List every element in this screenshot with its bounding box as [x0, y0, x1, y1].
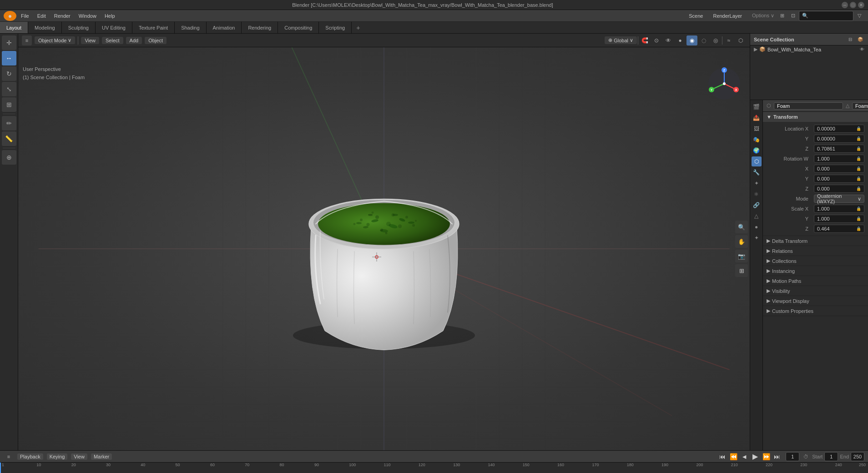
- scale-x-field[interactable]: 1.000 🔒: [814, 205, 864, 213]
- motion-paths-section[interactable]: ▶ Motion Paths: [763, 276, 868, 286]
- keying-btn[interactable]: Keying: [47, 453, 68, 460]
- tool-annotate[interactable]: ✏: [2, 116, 16, 131]
- transform-header[interactable]: ▼ Transform: [763, 112, 868, 122]
- header-icon2[interactable]: ⊡: [788, 11, 798, 21]
- tab-scripting[interactable]: Scripting: [319, 22, 352, 33]
- jump-end-btn[interactable]: ⏭: [772, 452, 782, 462]
- zoom-in-icon[interactable]: 🔍: [735, 221, 748, 233]
- current-frame-input[interactable]: 1: [786, 452, 799, 461]
- object-name-input[interactable]: [774, 102, 843, 110]
- menu-file[interactable]: File: [17, 12, 33, 20]
- end-frame-input[interactable]: 250: [851, 452, 864, 461]
- start-frame-input[interactable]: 1: [824, 452, 838, 461]
- shading-render[interactable]: ◉: [686, 35, 697, 45]
- prop-tab-physics[interactable]: ⚛: [752, 189, 762, 199]
- scale-z-field[interactable]: 0.464 🔒: [814, 225, 864, 233]
- ortho-icon[interactable]: ⊞: [735, 264, 748, 277]
- visibility-section[interactable]: ▶ Visibility: [763, 286, 868, 296]
- select-menu[interactable]: Select: [102, 37, 123, 44]
- prop-tab-data[interactable]: △: [752, 211, 762, 221]
- marker-btn[interactable]: Marker: [91, 453, 112, 460]
- tab-rendering[interactable]: Rendering: [242, 22, 278, 33]
- tool-transform[interactable]: ⊞: [2, 97, 16, 112]
- prop-tab-constraints[interactable]: 🔗: [752, 200, 762, 210]
- tool-rotate[interactable]: ↻: [2, 66, 16, 81]
- timeline-menu-icon[interactable]: ≡: [4, 452, 14, 462]
- close-button[interactable]: ✕: [858, 2, 864, 8]
- prop-tab-material[interactable]: ●: [752, 222, 762, 232]
- tab-sculpting[interactable]: Sculpting: [62, 22, 96, 33]
- tab-uv-editing[interactable]: UV Editing: [96, 22, 132, 33]
- snap-btn[interactable]: 🧲: [639, 35, 650, 45]
- prop-tab-scene[interactable]: 🎭: [752, 135, 762, 145]
- viewport-display-section[interactable]: ▶ Viewport Display: [763, 296, 868, 306]
- tab-layout[interactable]: Layout: [0, 22, 28, 33]
- tab-modeling[interactable]: Modeling: [28, 22, 62, 33]
- relations-section[interactable]: ▶ Relations: [763, 246, 868, 256]
- prop-tab-render[interactable]: 🎬: [752, 102, 762, 112]
- menu-render[interactable]: Render: [50, 12, 74, 20]
- proportional-btn[interactable]: ⊙: [651, 35, 662, 45]
- rotation-z-field[interactable]: 0.000 🔒: [814, 185, 864, 193]
- tab-animation[interactable]: Animation: [207, 22, 242, 33]
- next-frame-btn[interactable]: ⏩: [761, 452, 771, 462]
- play-btn[interactable]: ▶: [750, 452, 760, 462]
- view-menu[interactable]: View: [81, 37, 99, 44]
- header-filter[interactable]: ▽: [854, 11, 864, 21]
- delta-transform-section[interactable]: ▶ Delta Transform: [763, 236, 868, 246]
- tool-cursor[interactable]: ✛: [2, 35, 16, 50]
- pan-icon[interactable]: ✋: [735, 235, 748, 248]
- pivot-selector[interactable]: ⊕ Global ∨: [605, 36, 637, 44]
- location-y-field[interactable]: 0.00000 🔒: [814, 135, 864, 143]
- collections-section[interactable]: ▶ Collections: [763, 256, 868, 266]
- overlay-btn[interactable]: ≈: [723, 35, 734, 45]
- frame-clock-icon[interactable]: ⏱: [801, 452, 810, 461]
- rotation-mode-dropdown[interactable]: Quaternion (WXYZ) ∨: [814, 195, 864, 203]
- prop-tab-output[interactable]: 📤: [752, 113, 762, 123]
- tool-scale[interactable]: ⤡: [2, 82, 16, 96]
- mode-selector[interactable]: Object Mode ∨: [35, 36, 75, 44]
- tab-shading[interactable]: Shading: [175, 22, 206, 33]
- tab-texture-paint[interactable]: Texture Paint: [132, 22, 175, 33]
- shading-rendered[interactable]: ◎: [710, 35, 721, 45]
- shading-solid[interactable]: ●: [675, 35, 686, 45]
- rotation-x-field[interactable]: 0.000 🔒: [814, 165, 864, 173]
- vis-btn1[interactable]: 👁: [663, 35, 674, 45]
- header-icon1[interactable]: ⊞: [777, 11, 787, 21]
- tool-measure[interactable]: 📏: [2, 131, 16, 146]
- scene-selector[interactable]: Scene: [685, 12, 707, 20]
- object-menu[interactable]: Object: [145, 37, 167, 44]
- menu-edit[interactable]: Edit: [34, 12, 50, 20]
- jump-start-btn[interactable]: ⏮: [717, 452, 727, 462]
- prop-tab-object[interactable]: ⬡: [752, 156, 762, 166]
- eye-icon[interactable]: 👁: [860, 47, 864, 52]
- play-reverse-btn[interactable]: ◄: [739, 452, 749, 462]
- scale-y-field[interactable]: 1.000 🔒: [814, 215, 864, 223]
- prop-tab-world[interactable]: 🌍: [752, 146, 762, 156]
- rotation-w-field[interactable]: 1.000 🔒: [814, 155, 864, 163]
- window-controls[interactable]: ─ □ ✕: [842, 2, 864, 8]
- menu-help[interactable]: Help: [101, 12, 119, 20]
- minimize-button[interactable]: ─: [842, 2, 848, 8]
- add-menu[interactable]: Add: [126, 37, 142, 44]
- location-x-field[interactable]: 0.00000 🔒: [814, 125, 864, 133]
- xray-btn[interactable]: ⬡: [735, 35, 746, 45]
- maximize-button[interactable]: □: [850, 2, 856, 8]
- prev-frame-btn[interactable]: ⏪: [728, 452, 738, 462]
- prop-tab-particles[interactable]: ✦: [752, 178, 762, 188]
- header-search[interactable]: 🔍: [799, 11, 853, 21]
- prop-tab-view[interactable]: 🖼: [752, 124, 762, 134]
- navigation-gizmo[interactable]: Z X Y: [706, 65, 742, 102]
- viewport-menu-icon[interactable]: ≡: [22, 35, 32, 45]
- camera-icon[interactable]: 📷: [735, 250, 748, 262]
- tab-compositing[interactable]: Compositing: [278, 22, 319, 33]
- menu-window[interactable]: Window: [75, 12, 100, 20]
- outliner-item-collection[interactable]: ▶ 📦 Bowl_With_Matcha_Tea 👁: [750, 45, 868, 53]
- blender-logo[interactable]: ●: [4, 11, 16, 21]
- timeline-view-btn[interactable]: View: [71, 453, 87, 460]
- tool-add[interactable]: ⊕: [2, 150, 16, 165]
- instancing-section[interactable]: ▶ Instancing: [763, 266, 868, 276]
- tab-add[interactable]: +: [352, 22, 364, 33]
- tool-move[interactable]: ↔: [2, 51, 16, 65]
- 3d-viewport[interactable]: ≡ Object Mode ∨ View Select Add Object ⊕…: [18, 34, 750, 450]
